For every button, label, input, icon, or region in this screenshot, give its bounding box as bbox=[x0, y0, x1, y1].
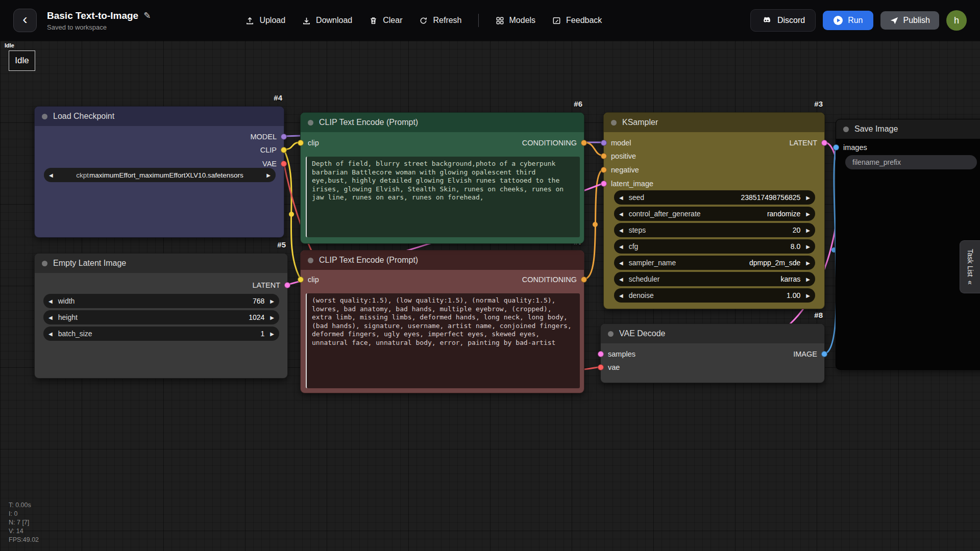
increment-arrow[interactable]: ▶ bbox=[806, 195, 810, 201]
decrement-arrow[interactable]: ◀ bbox=[619, 260, 623, 266]
user-avatar[interactable]: h bbox=[946, 10, 967, 31]
positive-prompt-textarea[interactable]: Depth of field, blurry street background… bbox=[306, 157, 580, 237]
vae-port-dot[interactable] bbox=[281, 161, 287, 167]
upload-label: Upload bbox=[259, 16, 285, 25]
clear-button[interactable]: Clear bbox=[369, 16, 402, 26]
decrement-arrow[interactable]: ◀ bbox=[619, 244, 623, 249]
task-list-tab[interactable]: Task List « bbox=[960, 240, 980, 293]
vae-port-dot[interactable] bbox=[598, 364, 604, 370]
decrement-arrow[interactable]: ◀ bbox=[48, 331, 53, 337]
port-clip-input[interactable]: clip bbox=[298, 274, 319, 285]
port-samples-input[interactable]: samples bbox=[598, 348, 635, 360]
steps-widget[interactable]: ◀ steps 20 ▶ bbox=[614, 223, 815, 237]
back-button[interactable]: ‹ bbox=[13, 9, 37, 32]
node-header[interactable]: VAE Decode bbox=[601, 324, 824, 343]
clip-port-dot[interactable] bbox=[298, 140, 304, 146]
node-header[interactable]: Save Image bbox=[836, 119, 980, 139]
port-images-input[interactable]: images bbox=[833, 142, 867, 153]
decrement-arrow[interactable]: ◀ bbox=[619, 211, 623, 217]
port-label: VAE bbox=[262, 160, 277, 168]
batch-size-widget[interactable]: ◀ batch_size 1 ▶ bbox=[43, 327, 279, 341]
port-image-output[interactable]: IMAGE bbox=[793, 348, 827, 360]
node-vae-decode[interactable]: #8 VAE Decode samples vae IMAGE bbox=[600, 323, 825, 383]
run-button[interactable]: Run bbox=[823, 11, 873, 30]
port-latent-image-input[interactable]: latent_image bbox=[601, 178, 653, 189]
filename-prefix-widget[interactable]: filename_prefix bbox=[845, 155, 977, 169]
upload-button[interactable]: Upload bbox=[245, 16, 285, 26]
port-positive-input[interactable]: positive bbox=[601, 151, 636, 162]
edit-title-icon[interactable]: ✎ bbox=[143, 10, 151, 21]
node-empty-latent-image[interactable]: #5 Empty Latent Image LATENT ◀ width 768… bbox=[34, 253, 288, 379]
port-clip-input[interactable]: clip bbox=[298, 137, 319, 148]
refresh-button[interactable]: Refresh bbox=[419, 16, 461, 26]
decrement-arrow[interactable]: ◀ bbox=[48, 298, 53, 304]
decrement-arrow[interactable]: ◀ bbox=[619, 293, 623, 298]
image-port-dot[interactable] bbox=[833, 144, 839, 151]
port-vae-input[interactable]: vae bbox=[598, 362, 620, 373]
clip-port-dot[interactable] bbox=[281, 147, 287, 153]
node-header[interactable]: CLIP Text Encode (Prompt) bbox=[301, 113, 584, 132]
decrement-arrow[interactable]: ◀ bbox=[48, 315, 53, 320]
ckpt-name-widget[interactable]: ◀ ckpt maximumEffort_maximumEffortXLV10.… bbox=[44, 168, 276, 182]
latent-port-dot[interactable] bbox=[821, 140, 827, 146]
node-ksampler[interactable]: #3 KSampler model positive negative late… bbox=[603, 112, 825, 309]
seed-widget[interactable]: ◀ seed 238517498756825 ▶ bbox=[614, 190, 815, 205]
negative-prompt-textarea[interactable]: (worst quality:1.5), (low quality:1.5), … bbox=[306, 293, 580, 388]
model-port-dot[interactable] bbox=[281, 134, 287, 140]
increment-arrow[interactable]: ▶ bbox=[270, 315, 274, 320]
clip-port-dot[interactable] bbox=[298, 277, 304, 283]
node-header[interactable]: Load Checkpoint bbox=[35, 107, 284, 126]
node-clip-text-encode-positive[interactable]: #6 CLIP Text Encode (Prompt) clip CONDIT… bbox=[300, 112, 584, 244]
node-clip-text-encode-negative[interactable]: #7 CLIP Text Encode (Prompt) clip CONDIT… bbox=[300, 250, 584, 393]
decrement-arrow[interactable]: ◀ bbox=[619, 277, 623, 282]
widget-value: 768 bbox=[253, 297, 264, 305]
increment-arrow[interactable]: ▶ bbox=[270, 331, 274, 337]
port-model-output[interactable]: MODEL bbox=[250, 131, 287, 142]
feedback-button[interactable]: Feedback bbox=[552, 16, 602, 26]
publish-button[interactable]: Publish bbox=[880, 11, 939, 30]
conditioning-port-dot[interactable] bbox=[601, 167, 607, 173]
latent-port-dot[interactable] bbox=[284, 282, 290, 288]
port-negative-input[interactable]: negative bbox=[601, 164, 639, 176]
sampler-name-widget[interactable]: ◀ sampler_name dpmpp_2m_sde ▶ bbox=[614, 256, 815, 270]
height-widget[interactable]: ◀ height 1024 ▶ bbox=[43, 310, 279, 324]
decrement-arrow[interactable]: ◀ bbox=[619, 228, 623, 233]
image-port-dot[interactable] bbox=[821, 351, 827, 357]
increment-arrow[interactable]: ▶ bbox=[806, 244, 810, 249]
port-latent-output[interactable]: LATENT bbox=[789, 137, 827, 148]
next-value-arrow[interactable]: ▶ bbox=[266, 172, 271, 178]
node-save-image[interactable]: Save Image images filename_prefix bbox=[836, 119, 980, 370]
node-header[interactable]: Empty Latent Image bbox=[35, 254, 287, 273]
port-clip-output[interactable]: CLIP bbox=[260, 144, 287, 156]
conditioning-port-dot[interactable] bbox=[601, 153, 607, 159]
node-header[interactable]: KSampler bbox=[604, 113, 824, 132]
cfg-widget[interactable]: ◀ cfg 8.0 ▶ bbox=[614, 239, 815, 254]
discord-button[interactable]: Discord bbox=[750, 9, 816, 32]
conditioning-port-dot[interactable] bbox=[581, 140, 587, 146]
decrement-arrow[interactable]: ◀ bbox=[619, 195, 623, 201]
port-conditioning-output[interactable]: CONDITIONING bbox=[522, 137, 587, 148]
node-header[interactable]: CLIP Text Encode (Prompt) bbox=[301, 251, 584, 270]
prev-value-arrow[interactable]: ◀ bbox=[49, 172, 53, 178]
latent-port-dot[interactable] bbox=[598, 351, 604, 357]
width-widget[interactable]: ◀ width 768 ▶ bbox=[43, 294, 279, 308]
node-status-dot bbox=[843, 127, 849, 132]
models-button[interactable]: Models bbox=[495, 16, 536, 26]
control-after-generate-widget[interactable]: ◀ control_after_generate randomize ▶ bbox=[614, 207, 815, 221]
increment-arrow[interactable]: ▶ bbox=[806, 260, 810, 266]
download-button[interactable]: Download bbox=[302, 16, 352, 26]
denoise-widget[interactable]: ◀ denoise 1.00 ▶ bbox=[614, 288, 815, 303]
port-latent-output[interactable]: LATENT bbox=[252, 280, 290, 291]
increment-arrow[interactable]: ▶ bbox=[806, 211, 810, 217]
latent-port-dot[interactable] bbox=[601, 181, 607, 187]
increment-arrow[interactable]: ▶ bbox=[806, 277, 810, 282]
port-model-input[interactable]: model bbox=[601, 137, 631, 148]
port-conditioning-output[interactable]: CONDITIONING bbox=[522, 274, 587, 285]
increment-arrow[interactable]: ▶ bbox=[806, 228, 810, 233]
model-port-dot[interactable] bbox=[601, 140, 607, 146]
conditioning-port-dot[interactable] bbox=[581, 277, 587, 283]
increment-arrow[interactable]: ▶ bbox=[270, 298, 274, 304]
increment-arrow[interactable]: ▶ bbox=[806, 293, 810, 298]
scheduler-widget[interactable]: ◀ scheduler karras ▶ bbox=[614, 272, 815, 286]
node-load-checkpoint[interactable]: #4 Load Checkpoint MODEL CLIP VAE ◀ ckpt… bbox=[34, 106, 284, 238]
